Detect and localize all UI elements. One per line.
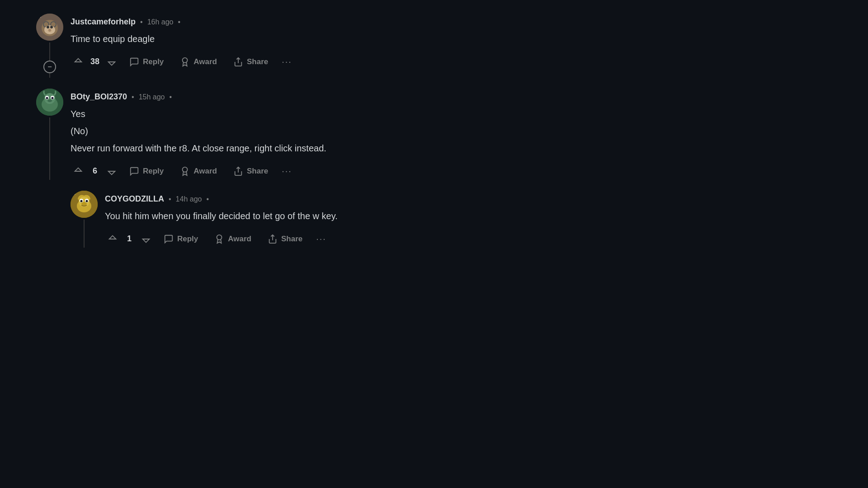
svg-point-22 <box>183 167 188 172</box>
comment-1-left: − <box>36 14 63 78</box>
comment-2-line-1: Yes <box>71 107 506 121</box>
svg-point-10 <box>48 29 51 32</box>
avatar-justcameforhelp <box>36 14 63 41</box>
thread-line-3 <box>84 220 85 248</box>
comment-3: COYGODZILLA • 14h ago • You hit him when… <box>71 191 506 248</box>
comment-3-timestamp: 14h ago <box>176 195 202 203</box>
comment-2-votes: 6 <box>71 164 119 179</box>
award-button-1[interactable]: Award <box>174 53 223 70</box>
comments-container: − Justcameforhelp • 16h ago • Time to eq… <box>0 0 542 272</box>
share-button-1[interactable]: Share <box>227 53 274 70</box>
comment-3-content: COYGODZILLA • 14h ago • You hit him when… <box>105 191 506 248</box>
vote-count-3: 1 <box>125 234 134 244</box>
reply-button-2[interactable]: Reply <box>123 163 170 180</box>
upvote-button-2[interactable] <box>71 164 86 179</box>
svg-point-31 <box>81 202 87 206</box>
comment-2-content: BOty_BOI2370 • 15h ago • Yes (No) Never … <box>71 89 506 180</box>
svg-point-30 <box>86 200 88 202</box>
svg-point-8 <box>50 26 53 28</box>
downvote-button-1[interactable] <box>104 54 119 70</box>
award-button-3[interactable]: Award <box>208 230 258 248</box>
comment-2-left <box>36 89 63 180</box>
comment-3-header: COYGODZILLA • 14h ago • <box>105 194 506 204</box>
downvote-button-2[interactable] <box>104 164 119 179</box>
avatar-coygodzilla <box>71 191 98 218</box>
svg-point-7 <box>47 26 49 28</box>
reply-button-1[interactable]: Reply <box>123 53 170 70</box>
comment-2-header: BOty_BOI2370 • 15h ago • <box>71 92 506 102</box>
more-button-3[interactable]: ··· <box>312 230 330 248</box>
comment-2-actions: 6 Reply <box>71 162 506 180</box>
comment-1-timestamp: 16h ago <box>147 18 174 26</box>
thread-line-1b <box>49 73 50 78</box>
vote-count-1: 38 <box>90 57 99 66</box>
svg-point-29 <box>80 200 83 202</box>
thread-line-1 <box>49 42 50 61</box>
more-button-1[interactable]: ··· <box>278 53 296 70</box>
comment-3-username: COYGODZILLA <box>105 194 164 204</box>
comment-1: − Justcameforhelp • 16h ago • Time to eq… <box>36 14 506 78</box>
comment-1-body: Time to equip deagle <box>71 32 506 46</box>
comment-2-line-2: (No) <box>71 124 506 138</box>
svg-point-11 <box>38 15 41 18</box>
svg-point-33 <box>217 235 222 239</box>
share-button-2[interactable]: Share <box>227 163 274 180</box>
comment-2-timestamp: 15h ago <box>139 93 165 101</box>
comment-2-body: Yes (No) Never run forward with the r8. … <box>71 107 506 155</box>
comment-1-content: Justcameforhelp • 16h ago • Time to equi… <box>71 14 506 78</box>
comment-3-body: You hit him when you finally decided to … <box>105 209 506 223</box>
reply-button-3[interactable]: Reply <box>157 230 204 248</box>
vote-count-2: 6 <box>90 166 99 176</box>
comment-1-header: Justcameforhelp • 16h ago • <box>71 17 506 27</box>
collapse-line-3 <box>84 220 85 248</box>
svg-point-21 <box>47 99 52 102</box>
comment-3-left <box>71 191 98 248</box>
thread-line-2 <box>49 117 50 180</box>
avatar-boty <box>36 89 63 116</box>
comment-2: BOty_BOI2370 • 15h ago • Yes (No) Never … <box>36 89 506 180</box>
more-button-2[interactable]: ··· <box>278 162 296 180</box>
comment-2-line-3: Never run forward with the r8. At close … <box>71 141 506 155</box>
svg-point-32 <box>73 192 75 195</box>
svg-point-19 <box>46 97 48 99</box>
svg-point-12 <box>183 57 188 62</box>
upvote-button-3[interactable] <box>105 231 120 247</box>
comment-1-username: Justcameforhelp <box>71 17 136 27</box>
award-button-2[interactable]: Award <box>174 163 223 180</box>
downvote-button-3[interactable] <box>138 231 154 247</box>
comment-1-votes: 38 <box>71 54 119 70</box>
share-button-3[interactable]: Share <box>261 230 309 248</box>
comment-1-actions: 38 Reply <box>71 53 506 70</box>
svg-point-20 <box>52 97 54 99</box>
comment-3-votes: 1 <box>105 231 154 247</box>
comment-3-actions: 1 Reply <box>105 230 506 248</box>
collapse-line-2 <box>49 117 50 180</box>
collapse-button-1[interactable]: − <box>43 61 56 73</box>
comment-2-username: BOty_BOI2370 <box>71 92 127 102</box>
collapse-line-1: − <box>43 42 56 78</box>
upvote-button-1[interactable] <box>71 54 86 70</box>
